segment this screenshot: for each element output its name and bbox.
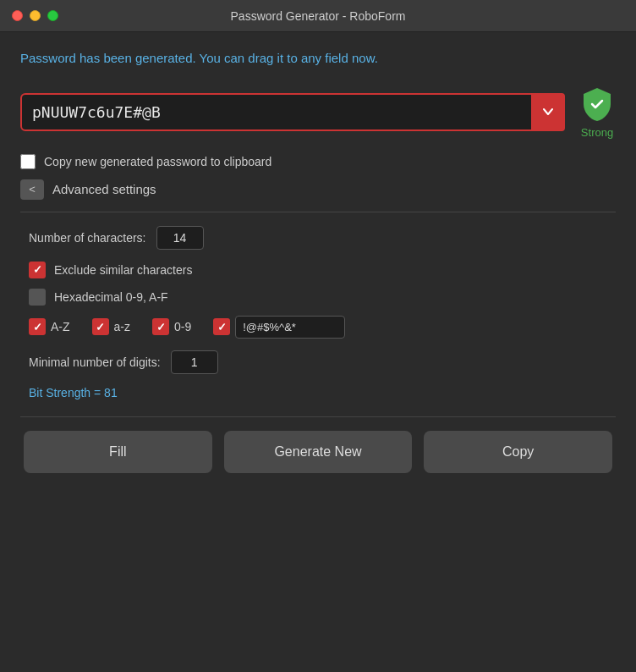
fill-button[interactable]: Fill	[24, 431, 212, 473]
hexadecimal-label: Hexadecimal 0-9, A-F	[54, 290, 168, 304]
az-group: ✓ A-Z	[29, 318, 70, 335]
num-chars-row: Number of characters:	[29, 226, 616, 250]
min-digits-label: Minimal number of digits:	[29, 355, 161, 369]
bottom-divider	[20, 416, 616, 417]
clipboard-checkbox-label[interactable]: Copy new generated password to clipboard	[44, 155, 271, 168]
az-checkmark-icon: ✓	[33, 321, 42, 333]
special-chars-checkbox[interactable]: ✓	[213, 318, 230, 335]
clipboard-checkbox[interactable]	[20, 154, 36, 169]
exclude-similar-row: ✓ Exclude similar characters	[29, 262, 616, 278]
password-input-wrapper	[20, 93, 565, 131]
strength-indicator: Strong	[578, 85, 616, 139]
min-digits-input[interactable]	[171, 350, 218, 374]
az-label: A-Z	[51, 320, 70, 333]
char-type-row: ✓ A-Z ✓ a-z ✓ 0-9 ✓	[29, 316, 616, 339]
digits-checkmark-icon: ✓	[156, 321, 166, 333]
title-bar: Password Generator - RoboForm	[0, 0, 636, 32]
divider-top	[20, 212, 616, 212]
advanced-panel: Number of characters: ✓ Exclude similar …	[20, 226, 616, 399]
num-chars-input[interactable]	[156, 226, 204, 250]
exclude-similar-label: Exclude similar characters	[54, 263, 192, 277]
password-row: Strong	[20, 85, 616, 139]
generate-new-button[interactable]: Generate New	[224, 431, 413, 473]
action-buttons: Fill Generate New Copy	[20, 431, 616, 473]
password-dropdown-button[interactable]	[531, 93, 565, 131]
strength-label: Strong	[581, 126, 613, 139]
az-lower-checkbox[interactable]: ✓	[92, 318, 109, 335]
status-message: Password has been generated. You can dra…	[20, 49, 616, 69]
advanced-settings-toggle-button[interactable]: <	[20, 179, 44, 200]
close-button[interactable]	[12, 10, 23, 21]
digits-checkbox[interactable]: ✓	[152, 318, 169, 335]
maximize-button[interactable]	[47, 10, 58, 21]
digits-label: 0-9	[174, 320, 191, 333]
special-chars-input[interactable]	[235, 316, 345, 339]
checkmark-icon: ✓	[33, 263, 42, 276]
special-checkmark-icon: ✓	[217, 321, 227, 333]
window-controls	[12, 10, 58, 21]
shield-icon	[578, 85, 616, 123]
clipboard-checkbox-row: Copy new generated password to clipboard	[20, 154, 616, 169]
copy-button[interactable]: Copy	[424, 431, 612, 473]
window-title: Password Generator - RoboForm	[231, 9, 406, 23]
num-chars-label: Number of characters:	[29, 231, 146, 245]
password-input[interactable]	[20, 93, 565, 131]
az-lower-checkmark-icon: ✓	[96, 321, 105, 333]
min-digits-row: Minimal number of digits:	[29, 350, 616, 374]
advanced-toggle-row: < Advanced settings	[20, 179, 616, 200]
hexadecimal-row: Hexadecimal 0-9, A-F	[29, 289, 616, 306]
special-chars-group: ✓	[213, 316, 345, 339]
advanced-settings-label: Advanced settings	[52, 182, 156, 196]
minimize-button[interactable]	[30, 10, 41, 21]
toggle-icon: <	[29, 183, 36, 196]
exclude-similar-checkbox[interactable]: ✓	[29, 262, 46, 278]
bit-strength: Bit Strength = 81	[29, 386, 616, 399]
az-checkbox[interactable]: ✓	[29, 318, 46, 335]
hexadecimal-checkbox[interactable]	[29, 289, 46, 306]
digits-group: ✓ 0-9	[152, 318, 191, 335]
az-lower-group: ✓ a-z	[92, 318, 130, 335]
main-content: Password has been generated. You can dra…	[0, 32, 636, 490]
az-lower-label: a-z	[114, 320, 130, 333]
